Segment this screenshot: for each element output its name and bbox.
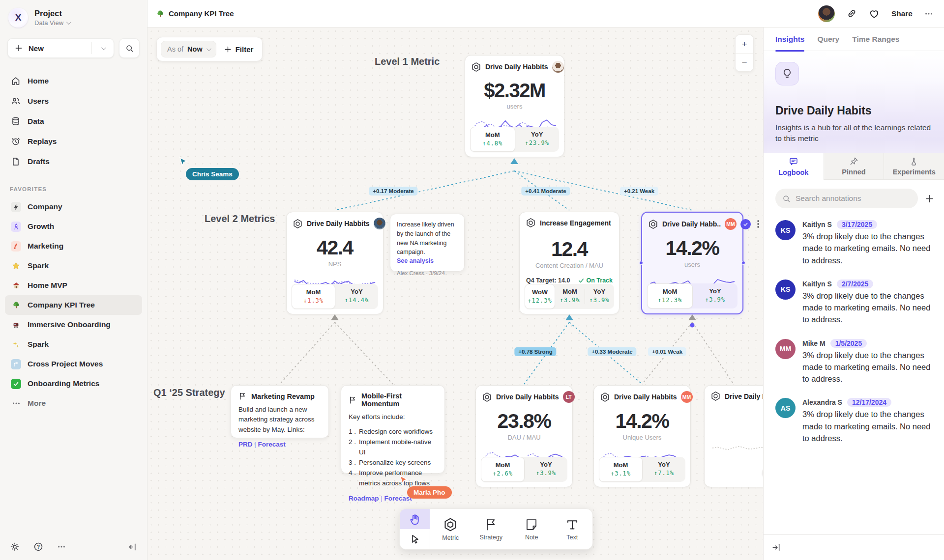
annotation-search[interactable] [775,189,918,208]
sidebar-item-data[interactable]: Data [5,111,142,131]
project-name: Project [34,9,70,18]
tab-experiments[interactable]: Experiments [884,153,944,180]
annotation-item[interactable]: MM Mike M1/5/2025 3% drop likely due to … [775,339,932,385]
favorite-marketing[interactable]: Marketing [5,236,142,256]
metric-card-drive-daily-habbits-selected[interactable]: Drive Daily Habb.. MM 14.2% users MoM↑12… [641,212,743,314]
annotation-note[interactable]: Increase likely driven by the launch of … [390,214,465,272]
stat-mom[interactable]: MoM↑3.1% [599,457,643,482]
annotation-author: Kaitlyn S [802,280,832,288]
stat-wow[interactable]: WoW↑12.3% [525,284,555,309]
strategy-note-mobile-first[interactable]: Mobile-First Momentum Key efforts includ… [341,385,445,474]
add-annotation-button[interactable] [925,194,934,203]
metric-card-increase-engagement[interactable]: Increase Engagement 12.4 Content Creatio… [519,212,620,314]
annotation-item[interactable]: AS Alexandra S12/17/2024 3% drop likely … [775,398,932,444]
note-tool-button[interactable]: Note [511,509,552,549]
tab-query[interactable]: Query [817,28,839,51]
favorite-home-mvp[interactable]: Home MVP [5,276,142,295]
favorite-company-kpi-tree[interactable]: Company KPI Tree [5,295,142,315]
stat-yoy[interactable]: YoY↑7.1% [643,457,685,482]
canvas-toolbar: Metric Strategy Note Text [399,508,593,550]
tab-pinned[interactable]: Pinned [824,153,884,180]
stat-mom[interactable]: MoM↑4.8% [470,127,515,152]
strategy-note-marketing-revamp[interactable]: Marketing Revamp Build and launch a new … [231,385,329,438]
owner-avatar [374,218,385,229]
filter-button[interactable]: Filter [224,45,254,54]
zoom-out-button[interactable]: − [736,53,753,71]
settings-button[interactable] [10,542,20,552]
connect-button[interactable]: + Connect [762,466,763,480]
stat-mom[interactable]: MoM↑3.9% [555,284,585,309]
sidebar-item-replays[interactable]: Replays [5,131,142,151]
metric-card-drive-daily-habbits-l1[interactable]: Drive Daily Habbits $2.32M users MoM↑4.8… [465,55,564,157]
kpi-tree-canvas[interactable]: As of Now Filter + − Level 1 Metric Leve… [148,28,763,560]
stat-yoy[interactable]: YoY↑3.9% [585,284,614,309]
insights-metric-title: Drive Daily Habits [775,104,932,117]
stat-yoy[interactable]: YoY↑14.4% [335,284,378,309]
stat-yoy[interactable]: YoY↑3.9% [525,457,567,482]
sidebar-more-button[interactable]: More [5,393,142,413]
tab-time-ranges[interactable]: Time Ranges [852,28,899,51]
favorite-growth[interactable]: Growth [5,217,142,236]
help-button[interactable]: ? [33,542,43,552]
favorite-onboarding-metrics[interactable]: Onboarding Metrics [5,374,142,393]
overflow-menu-button[interactable] [924,9,933,18]
collapse-panel-button[interactable] [771,543,781,552]
metric-card-unique-users[interactable]: Drive Daily Habbits MM 14.2% Unique User… [593,385,691,487]
selection-handle[interactable] [741,261,745,265]
prd-link[interactable]: PRD [238,441,253,448]
share-button[interactable]: Share [891,9,913,18]
tree-icon [156,10,164,18]
selection-handle[interactable] [639,261,643,265]
hand-tool-button[interactable] [400,509,430,529]
favorite-spark[interactable]: Spark [5,256,142,276]
favorite-label: Spark [28,261,49,270]
stat-mom[interactable]: MoM↑2.6% [481,457,525,482]
search-annotations-input[interactable] [796,194,911,203]
favorite-cross-project-moves[interactable]: Cross Project Moves [5,354,142,374]
as-of-selector[interactable]: As of Now [161,41,216,57]
stat-yoy[interactable]: YoY↑3.9% [693,283,738,308]
forecast-link[interactable]: Forecast [258,441,286,448]
metric-card-drive-daily-habbits-nps[interactable]: Drive Daily Habbits 42.4 NPS MoM↓1.3% Yo… [286,212,384,314]
collaborator-name: Maria Pho [407,486,452,499]
see-analysis-link[interactable]: See analysis [397,257,458,264]
tab-logbook[interactable]: Logbook [764,153,824,180]
annotation-text: 3% drop likely due to the changes made t… [802,408,932,444]
metric-card-dau-mau[interactable]: Drive Daily Habbits LT 23.8% DAU / MAU M… [475,385,573,487]
card-menu-button[interactable] [755,220,762,228]
stat-yoy[interactable]: YoY↑23.9% [515,127,560,152]
new-button[interactable]: New [7,38,114,58]
sidebar-item-home[interactable]: Home [5,71,142,91]
text-tool-button[interactable]: Text [552,509,593,549]
project-view-selector[interactable]: Data View [34,19,70,27]
project-switcher[interactable]: X Project Data View [0,0,147,28]
nav-label: Home [28,77,49,85]
stat-mom[interactable]: MoM↓1.3% [292,284,335,309]
new-dropdown-chevron[interactable] [92,47,114,50]
annotation-item[interactable]: KS Kaitlyn S3/17/2025 3% drop likely due… [775,220,932,266]
user-avatar[interactable] [818,5,835,22]
house-icon [11,280,21,291]
tab-insights[interactable]: Insights [775,28,804,51]
ellipsis-icon [57,542,66,551]
text-icon [565,518,579,532]
stat-mom[interactable]: MoM↑12.3% [647,283,693,308]
metric-value: 14.2% [594,410,690,433]
zoom-in-button[interactable]: + [736,35,753,53]
favorite-spark-2[interactable]: Spark [5,335,142,354]
copy-link-button[interactable] [847,8,857,19]
search-button[interactable] [119,38,140,58]
collapse-sidebar-button[interactable] [128,542,137,552]
favorite-company[interactable]: Company [5,197,142,217]
metric-tool-button[interactable]: Metric [430,509,471,549]
metric-card-partial[interactable]: Drive Daily Habbits + Connect [704,385,763,487]
sidebar-overflow-button[interactable] [57,542,66,551]
select-tool-button[interactable] [400,529,430,549]
strategy-tool-button[interactable]: Strategy [471,509,512,549]
roadmap-link[interactable]: Roadmap [349,495,379,502]
favorite-button[interactable] [869,8,880,19]
favorite-immersive-onboarding[interactable]: Immersive Onboarding [5,315,142,335]
sidebar-item-drafts[interactable]: Drafts [5,151,142,171]
annotation-item[interactable]: KS Kaitlyn S2/7/2025 3% drop likely due … [775,280,932,326]
sidebar-item-users[interactable]: Users [5,91,142,111]
